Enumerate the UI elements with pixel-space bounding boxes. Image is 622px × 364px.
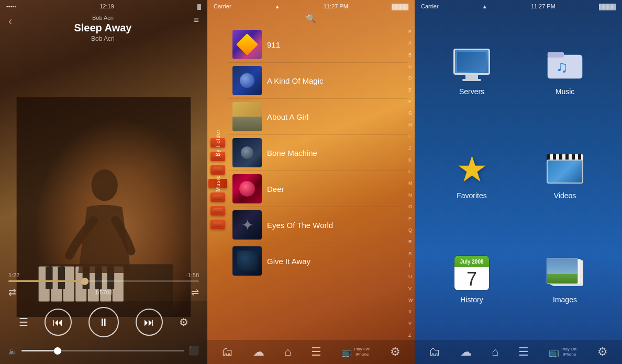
player-header: ‹ Bob Acri Sleep Away Bob Acri ≡ bbox=[0, 10, 207, 42]
tab-by-folder[interactable]: By Folder bbox=[210, 138, 225, 147]
tab-item-6[interactable] bbox=[210, 220, 225, 229]
home-folder-button[interactable]: 🗂 bbox=[429, 345, 440, 359]
list-time: 11:27 PM bbox=[324, 3, 348, 9]
prev-button[interactable]: ⏮ bbox=[45, 309, 72, 336]
settings-bottom-button[interactable]: ⚙ bbox=[390, 345, 401, 359]
list-item[interactable]: Deer bbox=[228, 171, 407, 207]
tab-by-folder-label: By Folder bbox=[215, 129, 221, 156]
svg-text:♫: ♫ bbox=[556, 58, 569, 76]
player-status-bar: ••••• 12:19 ▓ bbox=[0, 0, 207, 10]
pause-button[interactable]: ⏸ bbox=[88, 307, 119, 337]
album-art-eyes: ✦ bbox=[232, 210, 262, 240]
images-item[interactable]: Images bbox=[518, 228, 612, 332]
home-list-button[interactable]: ☰ bbox=[518, 345, 529, 359]
history-item[interactable]: July 2008 7 History bbox=[425, 228, 518, 332]
home-play-on-device: iPhone bbox=[561, 352, 577, 357]
album-art-deer bbox=[232, 174, 262, 203]
servers-label: Servers bbox=[459, 87, 484, 96]
play-on-section: 📺 Play On: iPhone bbox=[341, 347, 370, 358]
videos-icon-wrap bbox=[541, 151, 588, 187]
floating-object bbox=[241, 146, 253, 159]
home-wifi-icon: ▲ bbox=[482, 4, 487, 9]
shuffle-button[interactable]: ⇌ bbox=[191, 287, 199, 298]
song-name-magic: A Kind Of Magic bbox=[267, 76, 324, 85]
cal-day: 7 bbox=[466, 270, 477, 289]
favorites-item[interactable]: ★ Favorites bbox=[425, 123, 518, 227]
alpha-index[interactable]: # A B C D E F G H I J K L M N O P Q R S … bbox=[407, 27, 415, 340]
play-on-device: iPhone bbox=[354, 352, 370, 357]
home-tv-icon: 📺 bbox=[549, 347, 559, 357]
videos-label: Videos bbox=[554, 191, 576, 200]
home-home-button[interactable]: ⌂ bbox=[492, 345, 498, 359]
list-item[interactable]: A Kind Of Magic bbox=[228, 63, 407, 99]
progress-thumb bbox=[81, 278, 88, 285]
folder-button[interactable]: 🗂 bbox=[221, 345, 233, 359]
back-button[interactable]: ‹ bbox=[8, 15, 12, 28]
album-art-girl bbox=[232, 102, 262, 131]
volume-fill bbox=[21, 350, 54, 351]
home-grid: Servers ♫ bbox=[415, 10, 622, 340]
volume-slider[interactable] bbox=[21, 350, 184, 351]
music-label: Music bbox=[556, 87, 575, 96]
cloud-button[interactable]: ☁ bbox=[253, 345, 264, 359]
tab-item-5[interactable] bbox=[210, 206, 225, 215]
favorites-icon-wrap: ★ bbox=[448, 151, 495, 187]
photo-grass bbox=[547, 274, 577, 284]
album-art-bone bbox=[232, 138, 262, 167]
player-time: 12:19 bbox=[99, 3, 114, 9]
list-item[interactable]: 911 bbox=[228, 27, 407, 63]
monitor-screen bbox=[453, 49, 490, 75]
list-bottom-bar: 🗂 ☁ ⌂ ☰ 📺 Play On: iPhone ⚙ bbox=[207, 340, 415, 364]
song-name-girl: About A Girl bbox=[267, 112, 308, 121]
repeat-button[interactable]: ⇄ bbox=[8, 287, 16, 298]
volume-thumb bbox=[54, 347, 61, 355]
album-art-911 bbox=[236, 33, 258, 55]
player-panel: ••••• 12:19 ▓ ‹ Bob Acri Sleep Away Bob … bbox=[0, 0, 207, 364]
next-button[interactable]: ⏭ bbox=[136, 309, 163, 336]
album-art-magic bbox=[240, 73, 254, 88]
list-panel: Carrier ▲ 11:27 PM ▓▓▓▓ 🔍 By Folder Musi… bbox=[207, 0, 415, 364]
progress-bar[interactable] bbox=[8, 280, 199, 282]
settings-button[interactable]: ⚙ bbox=[179, 316, 188, 328]
tab-item-2[interactable] bbox=[210, 165, 225, 175]
player-title-section: Bob Acri Sleep Away Bob Acri bbox=[12, 15, 193, 42]
search-icon: 🔍 bbox=[306, 14, 316, 24]
cal-month: July bbox=[460, 259, 470, 265]
album-thumb-eyes: ✦ bbox=[232, 210, 262, 240]
time-elapsed: 1:22 bbox=[8, 272, 19, 278]
player-content: ••••• 12:19 ▓ ‹ Bob Acri Sleep Away Bob … bbox=[0, 0, 207, 364]
list-item[interactable]: Give It Away bbox=[228, 243, 407, 279]
servers-item[interactable]: Servers bbox=[425, 19, 518, 123]
home-status-bar: Carrier ▲ 11:27 PM ▓▓▓▓ bbox=[415, 0, 622, 10]
history-icon-wrap: July 2008 7 bbox=[448, 255, 495, 291]
list-item[interactable]: About A Girl bbox=[228, 99, 407, 135]
monitor-inner bbox=[457, 52, 486, 72]
album-thumb-deer bbox=[232, 174, 262, 203]
menu-button[interactable]: ≡ bbox=[193, 15, 199, 26]
home-play-on-label: Play On: bbox=[561, 347, 577, 352]
home-panel: Carrier ▲ 11:27 PM ▓▓▓▓ Servers bbox=[415, 0, 622, 364]
side-tabs: By Folder Music bbox=[207, 27, 228, 340]
home-carrier: Carrier bbox=[421, 3, 439, 9]
home-button[interactable]: ⌂ bbox=[284, 345, 291, 359]
tab-item-4[interactable] bbox=[210, 192, 225, 202]
list-battery: ▓▓▓▓ bbox=[392, 3, 408, 9]
airplay-icon[interactable]: ⬛ bbox=[188, 346, 199, 356]
list-wifi-icon: ▲ bbox=[275, 4, 280, 9]
home-cloud-button[interactable]: ☁ bbox=[460, 345, 472, 359]
list-button[interactable]: ☰ bbox=[311, 345, 321, 359]
queue-button[interactable]: ☰ bbox=[19, 316, 28, 328]
song-name-eyes: Eyes Of The World bbox=[267, 221, 333, 230]
list-item[interactable]: Bone Machine bbox=[228, 135, 407, 171]
tab-music[interactable]: Music bbox=[208, 179, 227, 188]
home-settings-button[interactable]: ⚙ bbox=[597, 345, 608, 359]
videos-item[interactable]: Videos bbox=[518, 123, 612, 227]
music-item[interactable]: ♫ Music bbox=[518, 19, 612, 123]
search-bar[interactable]: 🔍 bbox=[207, 10, 415, 27]
clapperboard-icon bbox=[547, 154, 583, 184]
servers-icon bbox=[453, 49, 490, 81]
list-item[interactable]: ✦ Eyes Of The World bbox=[228, 207, 407, 243]
favorites-star-icon: ★ bbox=[456, 151, 488, 187]
home-time: 11:27 PM bbox=[531, 3, 556, 9]
signal-dots: ••••• bbox=[6, 3, 16, 9]
